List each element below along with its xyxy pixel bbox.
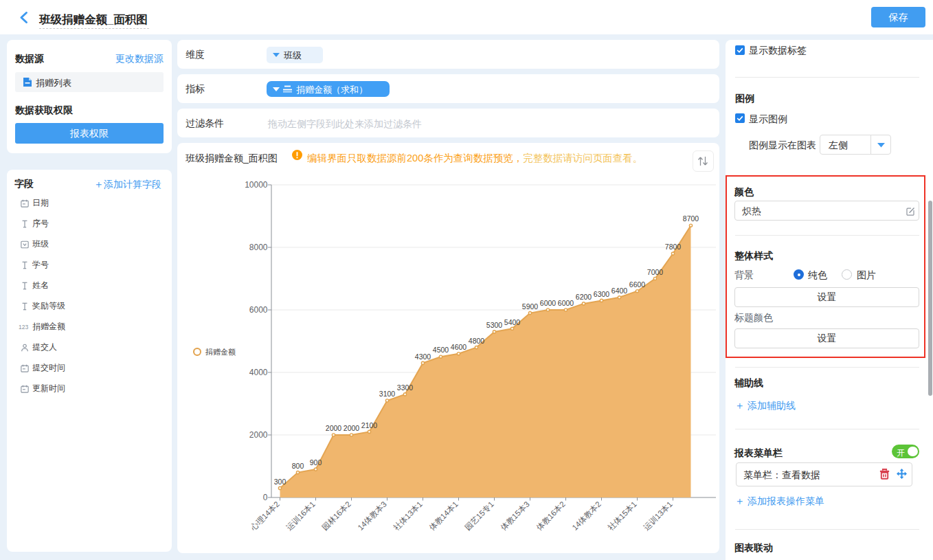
svg-text:6600: 6600: [629, 280, 646, 289]
svg-text:园艺15专1: 园艺15专1: [463, 500, 495, 531]
svg-text:心理14本2: 心理14本2: [249, 500, 281, 532]
svg-text:2000: 2000: [326, 424, 342, 432]
svg-text:3100: 3100: [379, 390, 396, 398]
svg-text:8000: 8000: [249, 243, 268, 252]
svg-text:运训16本1: 运训16本1: [284, 500, 316, 531]
svg-text:8700: 8700: [683, 214, 699, 223]
svg-text:5900: 5900: [522, 302, 539, 311]
svg-text:体教14本1: 体教14本1: [427, 500, 459, 531]
svg-text:0: 0: [263, 493, 268, 502]
svg-text:4800: 4800: [469, 337, 485, 345]
svg-text:运训13本1: 运训13本1: [642, 500, 673, 531]
svg-text:4600: 4600: [451, 343, 467, 351]
svg-text:7800: 7800: [665, 243, 682, 251]
svg-text:2000: 2000: [344, 424, 360, 432]
svg-text:2000: 2000: [249, 430, 268, 440]
svg-text:4500: 4500: [433, 346, 449, 354]
svg-text:5400: 5400: [504, 318, 521, 326]
svg-text:14体教本2: 14体教本2: [570, 500, 602, 531]
svg-text:体教15本3: 体教15本3: [499, 500, 530, 531]
svg-text:4000: 4000: [249, 368, 268, 377]
svg-text:7000: 7000: [647, 268, 664, 276]
svg-text:体教16本2: 体教16本2: [535, 500, 566, 531]
svg-text:6200: 6200: [576, 293, 592, 301]
svg-text:5300: 5300: [486, 321, 503, 329]
svg-text:3300: 3300: [397, 383, 414, 392]
svg-text:300: 300: [274, 478, 286, 486]
svg-text:社体13本1: 社体13本1: [392, 500, 423, 531]
svg-text:6000: 6000: [249, 305, 268, 315]
svg-text:4300: 4300: [415, 352, 431, 361]
svg-text:6400: 6400: [611, 287, 628, 295]
svg-text:6300: 6300: [594, 290, 610, 298]
svg-text:14体教本3: 14体教本3: [356, 500, 387, 531]
svg-text:2100: 2100: [361, 421, 378, 429]
svg-text:社体15本1: 社体15本1: [606, 500, 638, 531]
svg-text:10000: 10000: [245, 180, 268, 190]
svg-text:900: 900: [310, 458, 322, 467]
svg-text:6000: 6000: [558, 299, 574, 307]
svg-text:6000: 6000: [540, 299, 557, 307]
svg-text:园林16本2: 园林16本2: [320, 500, 352, 531]
svg-text:800: 800: [292, 462, 304, 470]
svg-text:捐赠金额: 捐赠金额: [205, 348, 236, 356]
